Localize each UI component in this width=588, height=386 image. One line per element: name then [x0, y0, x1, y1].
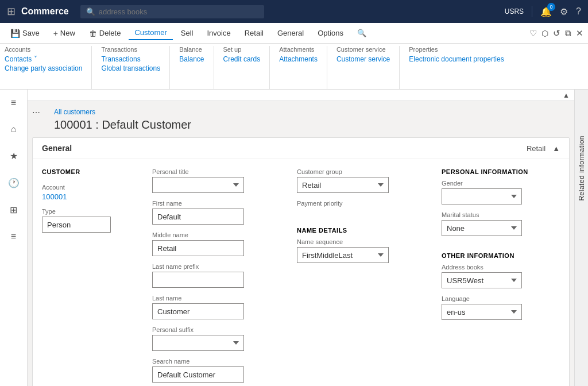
ribbon-customer-service-title: Customer service — [336, 46, 390, 53]
left-sidebar: ≡ ⌂ ★ 🕐 ⊞ ≡ — [0, 90, 28, 386]
personal-title-select[interactable] — [152, 177, 244, 193]
search-box[interactable]: 🔍 — [80, 5, 264, 18]
favorite-icon[interactable]: ♡ — [529, 28, 537, 38]
office-icon[interactable]: ⬡ — [541, 29, 548, 38]
expand-icon[interactable]: ⧉ — [565, 28, 571, 38]
general-section-header[interactable]: General Retail ▲ — [33, 138, 569, 159]
ribbon-transactions-link[interactable]: Transactions — [101, 55, 160, 63]
filter-icon[interactable]: ⋯ — [32, 108, 40, 117]
last-name-prefix-label: Last name prefix — [152, 263, 278, 270]
close-icon[interactable]: ✕ — [576, 28, 583, 38]
last-name-input[interactable] — [152, 303, 244, 319]
personal-info-col: PERSONAL INFORMATION Gender Marital stat… — [442, 168, 568, 386]
customer-group-select[interactable]: Retail — [297, 177, 389, 193]
page-title: 100001 : Default Customer — [45, 117, 570, 137]
personal-suffix-select[interactable] — [152, 335, 244, 351]
ribbon-balance-link[interactable]: Balance — [179, 55, 204, 63]
customer-col: CUSTOMER Account 100001 Type — [42, 168, 134, 386]
personal-suffix-field: Personal suffix — [152, 326, 278, 351]
account-field: Account 100001 — [42, 184, 134, 201]
gender-select[interactable] — [442, 188, 522, 204]
new-icon: + — [53, 29, 58, 38]
middle-name-input[interactable] — [152, 240, 244, 256]
sidebar-home-icon[interactable]: ⌂ — [7, 121, 20, 138]
grid-icon[interactable]: ⊞ — [7, 5, 16, 18]
general-section-right: Retail ▲ — [527, 144, 560, 153]
first-name-label: First name — [152, 200, 278, 207]
refresh-icon[interactable]: ↺ — [553, 28, 560, 38]
general-tab[interactable]: General — [272, 26, 310, 40]
breadcrumb[interactable]: All customers — [45, 103, 570, 117]
address-books-select[interactable]: USR5West — [442, 272, 522, 288]
collapse-chevron-icon[interactable]: ▲ — [552, 144, 560, 153]
ribbon-global-transactions-link[interactable]: Global transactions — [101, 64, 160, 72]
sidebar-list-icon[interactable]: ≡ — [7, 228, 20, 245]
ribbon-credit-cards-link[interactable]: Credit cards — [223, 55, 261, 63]
middle-name-label: Middle name — [152, 231, 278, 238]
language-field: Language en-us — [442, 295, 568, 320]
search-input[interactable] — [99, 7, 258, 16]
delete-button[interactable]: 🗑 Delete — [83, 26, 127, 40]
language-select[interactable]: en-us — [442, 304, 522, 320]
other-info-label: OTHER INFORMATION — [442, 252, 568, 259]
personal-info-label: PERSONAL INFORMATION — [442, 168, 568, 175]
action-bar-right: ♡ ⬡ ↺ ⧉ ✕ — [529, 28, 583, 38]
notification-bell[interactable]: 🔔 0 — [540, 6, 552, 17]
top-bar: ⊞ Commerce 🔍 USRS 🔔 0 ⚙ ? — [0, 0, 588, 23]
new-button[interactable]: + New — [48, 26, 81, 40]
form-columns: CUSTOMER Account 100001 Type — [42, 168, 560, 386]
ribbon-change-party-link[interactable]: Change party association — [5, 64, 82, 72]
sidebar-clock-icon[interactable]: 🕐 — [5, 174, 23, 192]
personal-title-field: Personal title — [152, 168, 278, 193]
help-icon[interactable]: ? — [576, 6, 581, 17]
customer-tab[interactable]: Customer — [129, 26, 172, 40]
ribbon-attachments-link[interactable]: Attachments — [279, 55, 318, 63]
sidebar-star-icon[interactable]: ★ — [6, 147, 21, 165]
options-tab[interactable]: Options — [312, 26, 349, 40]
ribbon: Accounts Contacts ˅ Change party associa… — [0, 44, 588, 90]
retail-label: Retail — [527, 144, 546, 153]
right-sidebar-label: Related information — [578, 136, 586, 201]
first-name-input[interactable] — [152, 209, 244, 225]
top-bar-right: USRS 🔔 0 ⚙ ? — [505, 6, 581, 17]
retail-tab[interactable]: Retail — [239, 26, 269, 40]
gender-field: Gender — [442, 180, 568, 204]
payment-priority-label: Payment priority — [297, 200, 423, 207]
type-input[interactable] — [42, 217, 111, 233]
other-info-block: OTHER INFORMATION Address books USR5West… — [442, 252, 568, 327]
ribbon-accounts-items: Contacts ˅ Change party association — [5, 55, 82, 72]
name-col: Personal title First name Middle name — [152, 168, 278, 386]
search-name-input[interactable] — [152, 366, 244, 383]
address-books-field: Address books USR5West — [442, 264, 568, 288]
sidebar-menu-icon[interactable]: ≡ — [7, 94, 20, 111]
invoice-tab[interactable]: Invoice — [201, 26, 236, 40]
ribbon-setup-title: Set up — [223, 46, 261, 53]
name-details-label: NAME DETAILS — [297, 227, 423, 234]
sell-tab[interactable]: Sell — [175, 26, 199, 40]
collapse-bar: ▲ — [28, 90, 574, 101]
content-area: ≡ ⌂ ★ 🕐 ⊞ ≡ ▲ ⋯ All customers 100001 : D… — [0, 90, 588, 386]
sidebar-grid-icon[interactable]: ⊞ — [6, 201, 21, 219]
last-name-prefix-input[interactable] — [152, 272, 244, 288]
save-icon: 💾 — [10, 29, 20, 38]
settings-icon[interactable]: ⚙ — [560, 6, 568, 17]
search-button[interactable]: 🔍 — [351, 26, 372, 40]
right-sidebar[interactable]: Related information — [574, 90, 588, 386]
personal-suffix-label: Personal suffix — [152, 326, 278, 333]
action-bar: 💾 Save + New 🗑 Delete Customer Sell Invo… — [0, 23, 588, 44]
ribbon-electronic-doc-link[interactable]: Electronic document properties — [409, 55, 504, 63]
ribbon-properties-title: Properties — [409, 46, 504, 53]
marital-status-select[interactable]: None — [442, 220, 522, 236]
last-name-prefix-field: Last name prefix — [152, 263, 278, 288]
collapse-up-icon[interactable]: ▲ — [563, 91, 570, 99]
save-button[interactable]: 💾 Save — [5, 26, 45, 40]
search-name-label: Search name — [152, 358, 278, 365]
ribbon-balance-group: Balance Balance — [179, 46, 214, 89]
ribbon-customer-service-link[interactable]: Customer service — [336, 55, 390, 63]
customer-group-label: CUSTOMER — [42, 168, 134, 177]
account-value[interactable]: 100001 — [42, 192, 134, 201]
delete-icon: 🗑 — [89, 29, 97, 38]
ribbon-transactions-group: Transactions Transactions Global transac… — [101, 46, 170, 89]
name-sequence-select[interactable]: FirstMiddleLast — [297, 247, 389, 263]
ribbon-contacts-link[interactable]: Contacts ˅ — [5, 55, 82, 63]
